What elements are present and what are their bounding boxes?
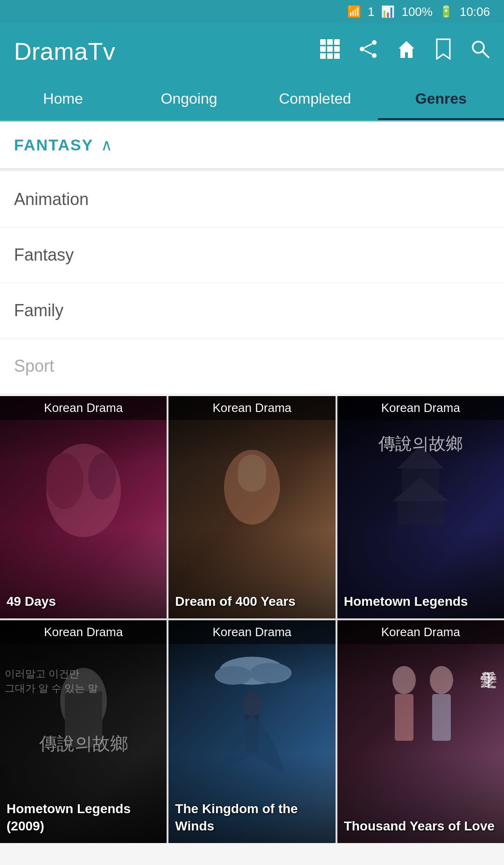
svg-rect-3: [320, 46, 326, 52]
tab-ongoing[interactable]: Ongoing: [126, 79, 252, 120]
card-title: Hometown Legends (2009): [0, 794, 167, 843]
app-bar: DramaTv: [0, 23, 504, 79]
genre-sport[interactable]: Sport: [0, 339, 504, 394]
status-bar: 📶 1 📊 100% 🔋 10:06: [0, 0, 504, 23]
genre-header-title: FANTASY: [14, 136, 93, 154]
svg-point-33: [392, 666, 416, 694]
svg-rect-4: [327, 46, 333, 52]
svg-rect-2: [334, 39, 340, 45]
svg-line-16: [483, 51, 489, 58]
svg-point-29: [215, 666, 252, 685]
card-title: 49 Days: [0, 587, 167, 618]
svg-rect-1: [327, 39, 333, 45]
svg-rect-34: [395, 694, 413, 741]
svg-point-30: [250, 663, 292, 683]
svg-rect-25: [397, 501, 444, 525]
drama-card-thousand-years[interactable]: 千年之愛 Korean Drama Thousand Years of Love: [337, 620, 504, 843]
svg-line-12: [364, 44, 372, 48]
drama-card-dream400[interactable]: Korean Drama Dream of 400 Years: [168, 396, 335, 618]
divider: [0, 168, 504, 170]
card-title: Dream of 400 Years: [168, 587, 335, 618]
wifi-icon: 📶: [347, 5, 361, 18]
home-icon[interactable]: [397, 39, 416, 64]
bookmark-icon[interactable]: [435, 38, 452, 64]
drama-card-kingdom[interactable]: Korean Drama The Kingdom of the Winds: [168, 620, 335, 843]
card-category: Korean Drama: [168, 396, 335, 420]
card-title: Thousand Years of Love: [337, 811, 504, 843]
drama-card-hometown2009[interactable]: 이러말고 이건만그대가 알 수 있는 말 傳說의故鄉 Korean Drama …: [0, 620, 167, 843]
svg-point-10: [360, 47, 364, 51]
card-category: Korean Drama: [0, 620, 167, 644]
genre-header[interactable]: FANTASY ∧: [0, 121, 504, 168]
card-category: Korean Drama: [168, 620, 335, 644]
card-title: The Kingdom of the Winds: [168, 794, 335, 843]
sim-indicator: 1: [368, 5, 374, 19]
svg-point-19: [88, 453, 116, 500]
card-category: Korean Drama: [337, 620, 504, 644]
card-title: Hometown Legends: [337, 587, 504, 618]
app-bar-icons: [320, 38, 490, 64]
search-icon[interactable]: [470, 39, 490, 64]
genre-family[interactable]: Family: [0, 283, 504, 339]
tab-genres[interactable]: Genres: [378, 79, 504, 120]
battery-percent: 100%: [401, 5, 433, 19]
drama-card-hometown[interactable]: 傳說의故鄉 Korean Drama Hometown Legends: [337, 396, 504, 618]
svg-point-35: [430, 666, 453, 694]
svg-rect-36: [432, 694, 451, 741]
svg-rect-0: [320, 39, 326, 45]
tab-home[interactable]: Home: [0, 79, 126, 120]
time-display: 10:06: [460, 5, 490, 19]
genre-list: Animation Fantasy Family Sport: [0, 172, 504, 394]
battery-icon: 🔋: [439, 5, 453, 18]
svg-rect-21: [238, 454, 266, 492]
drama-grid: Korean Drama 49 Days Korean Drama Dream …: [0, 396, 504, 843]
svg-rect-7: [327, 53, 333, 59]
svg-marker-24: [392, 478, 448, 501]
genre-chevron-icon: ∧: [101, 135, 112, 154]
card-category: Korean Drama: [0, 396, 167, 420]
app-title: DramaTv: [14, 37, 320, 65]
svg-point-9: [372, 40, 377, 45]
drama-card-49days[interactable]: Korean Drama 49 Days: [0, 396, 167, 618]
svg-rect-5: [334, 46, 340, 52]
svg-rect-6: [320, 53, 326, 59]
genre-animation[interactable]: Animation: [0, 172, 504, 227]
tab-bar: Home Ongoing Completed Genres: [0, 79, 504, 121]
svg-marker-14: [399, 41, 414, 58]
share-icon[interactable]: [358, 39, 378, 64]
svg-point-15: [473, 42, 484, 53]
signal-icon: 📊: [381, 5, 395, 18]
svg-point-18: [46, 453, 84, 509]
svg-point-11: [372, 53, 377, 58]
svg-line-13: [364, 50, 372, 54]
card-category: Korean Drama: [337, 396, 504, 420]
grid-icon[interactable]: [320, 39, 340, 64]
genre-fantasy[interactable]: Fantasy: [0, 227, 504, 283]
svg-rect-8: [334, 53, 340, 59]
tab-completed[interactable]: Completed: [252, 79, 378, 120]
svg-point-31: [243, 692, 261, 715]
